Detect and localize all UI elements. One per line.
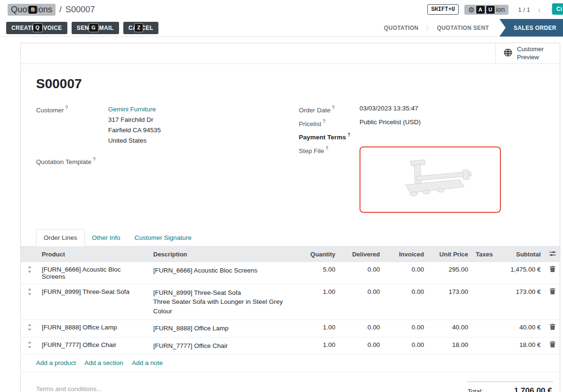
invoiced-cell[interactable]: 0.00 — [384, 262, 428, 284]
breadcrumb-current: S00007 — [65, 5, 95, 15]
subtotal-cell: 173.00 € — [495, 284, 545, 320]
delivered-cell[interactable]: 0.00 — [339, 284, 384, 320]
description-column-header: Description — [149, 246, 296, 262]
order-line-row[interactable]: [FURN_8888] Office Lamp [FURN_8888] Offi… — [21, 320, 561, 337]
step-file-preview-image[interactable] — [360, 146, 501, 213]
payment-terms-input[interactable] — [360, 132, 545, 141]
send-email-button[interactable]: SEND EMAIL G — [72, 22, 119, 34]
kbd-hint-badge: G — [89, 24, 98, 32]
create-invoice-button[interactable]: CREATE INVOICE Q — [6, 22, 67, 34]
payment-terms-field-label: Payment Terms? — [299, 132, 360, 141]
unit-price-cell[interactable]: 173.00 — [428, 284, 472, 320]
action-buttons: CREATE INVOICE Q SEND EMAIL G CANCEL Z — [6, 22, 158, 34]
invoiced-cell[interactable]: 0.00 — [384, 284, 428, 320]
stage-quotation-sent[interactable]: QUOTATION SENT — [428, 19, 498, 36]
subtotal-cell: 18.00 € — [495, 337, 545, 355]
record-title: S00007 — [36, 76, 545, 91]
optional-columns-button[interactable] — [545, 246, 561, 262]
add-note-link[interactable]: Add a note — [132, 359, 163, 366]
delivered-cell[interactable]: 0.00 — [339, 262, 384, 284]
add-product-link[interactable]: Add a product — [36, 359, 76, 366]
unit-price-cell[interactable]: 295.00 — [428, 262, 472, 284]
drag-handle-icon[interactable] — [27, 288, 32, 297]
product-cell[interactable]: [FURN_7777] Office Chair — [38, 337, 149, 355]
breadcrumb-item-quotations[interactable]: Quotations B — [8, 4, 55, 16]
delete-line-icon[interactable] — [550, 288, 555, 296]
kbd-hint-badge: Z — [135, 24, 143, 32]
order-line-row[interactable]: [FURN_8999] Three-Seat Sofa [FURN_8999] … — [21, 284, 561, 320]
help-marker: ? — [348, 132, 351, 137]
field-grid: Customer? Gemini Furniture 317 Fairchild… — [36, 105, 545, 213]
delete-line-icon[interactable] — [550, 324, 555, 331]
odoo-app-window: Quotations B / S00007 SHIFT+U ⚙ A U ion … — [0, 0, 563, 392]
order-line-row[interactable]: [FURN_6666] Acoustic Bloc Screens [FURN_… — [21, 262, 561, 284]
invoiced-cell[interactable]: 0.00 — [384, 337, 428, 355]
kbd-hint-badge: Q — [33, 24, 42, 32]
quotation-template-field-label: Quotation Template? — [36, 156, 108, 165]
drag-handle-icon[interactable] — [27, 341, 32, 350]
statusbar: QUOTATION QUOTATION SENT SALES ORDER — [375, 19, 563, 36]
unit-price-cell[interactable]: 18.00 — [428, 337, 472, 355]
delivered-column-header: Delivered — [339, 246, 384, 262]
cancel-button[interactable]: CANCEL Z — [123, 22, 158, 34]
quantity-cell[interactable]: 1.00 — [296, 320, 339, 337]
kbd-hint-badge: U — [486, 6, 495, 14]
quantity-cell[interactable]: 1.00 — [296, 284, 339, 320]
subtotal-cell: 1,475.00 € — [495, 262, 545, 284]
terms-and-conditions-input[interactable]: Terms and conditions... — [36, 382, 102, 392]
breadcrumb: Quotations B / S00007 — [8, 4, 95, 16]
order-date-value[interactable]: 03/03/2023 13:35:47 — [360, 105, 545, 114]
delivered-cell[interactable]: 0.00 — [339, 337, 384, 355]
help-marker: ? — [325, 146, 328, 151]
tab-other-info[interactable]: Other Info — [85, 229, 128, 246]
step-file-3d-render — [369, 154, 492, 206]
kbd-hint-badge-edge[interactable]: Ci — [552, 3, 563, 15]
button-box: Customer Preview — [21, 43, 560, 64]
order-line-row[interactable]: [FURN_7777] Office Chair [FURN_7777] Off… — [21, 337, 561, 355]
drag-handle-icon[interactable] — [27, 324, 32, 332]
product-cell[interactable]: [FURN_8999] Three-Seat Sofa — [38, 284, 149, 320]
delete-line-icon[interactable] — [550, 266, 555, 273]
invoiced-cell[interactable]: 0.00 — [384, 320, 428, 337]
pager-previous-button[interactable]: ‹ — [536, 5, 543, 14]
description-cell[interactable]: [FURN_8888] Office Lamp — [149, 320, 296, 337]
tab-customer-signature[interactable]: Customer Signature — [128, 229, 199, 246]
quantity-cell[interactable]: 1.00 — [296, 337, 339, 355]
taxes-cell[interactable] — [472, 337, 495, 355]
add-section-link[interactable]: Add a section — [84, 359, 123, 366]
unit-price-column-header: Unit Price — [428, 246, 472, 262]
stage-sales-order[interactable]: SALES ORDER — [499, 19, 563, 36]
drag-handle-icon[interactable] — [27, 266, 32, 274]
content-area: Customer Preview S00007 Customer? Gemini… — [0, 37, 563, 392]
handle-column-header — [21, 246, 38, 262]
taxes-cell[interactable] — [472, 320, 495, 337]
control-bar: CREATE INVOICE Q SEND EMAIL G CANCEL Z Q… — [0, 19, 563, 37]
order-date-field-label: Order Date? — [299, 105, 360, 114]
breadcrumb-separator: / — [59, 5, 62, 15]
pricelist-value[interactable]: Public Pricelist (USD) — [360, 119, 545, 128]
action-menu-label: ion — [496, 6, 505, 13]
action-menu-button[interactable]: ⚙ A U ion — [464, 5, 508, 15]
quotation-template-input[interactable] — [108, 156, 282, 165]
stage-quotation[interactable]: QUOTATION — [375, 19, 427, 36]
description-cell[interactable]: [FURN_8999] Three-Seat Sofa Three Seater… — [149, 284, 296, 320]
customer-preview-button[interactable]: Customer Preview — [495, 43, 560, 64]
total-value: 1,706.00 € — [514, 386, 552, 392]
customer-link[interactable]: Gemini Furniture — [108, 106, 156, 113]
unit-price-cell[interactable]: 40.00 — [428, 320, 472, 337]
quantity-cell[interactable]: 5.00 — [296, 262, 339, 284]
invoiced-column-header: Invoiced — [384, 246, 428, 262]
quotation-template-field: Quotation Template? — [36, 156, 282, 165]
product-cell[interactable]: [FURN_6666] Acoustic Bloc Screens — [38, 262, 149, 284]
description-cell[interactable]: [FURN_7777] Office Chair — [149, 337, 296, 355]
description-cell[interactable]: [FURN_6666] Acoustic Bloc Screens — [149, 262, 296, 284]
taxes-cell[interactable] — [472, 262, 495, 284]
kbd-hint-badge: B — [28, 6, 37, 14]
tab-order-lines[interactable]: Order Lines — [36, 229, 85, 246]
product-cell[interactable]: [FURN_8888] Office Lamp — [38, 320, 149, 337]
taxes-cell[interactable] — [472, 284, 495, 320]
delivered-cell[interactable]: 0.00 — [339, 320, 384, 337]
delete-line-icon[interactable] — [550, 341, 555, 349]
subtotal-column-header: Subtotal — [495, 246, 545, 262]
table-header-row: Product Description Quantity Delivered I… — [21, 246, 561, 262]
